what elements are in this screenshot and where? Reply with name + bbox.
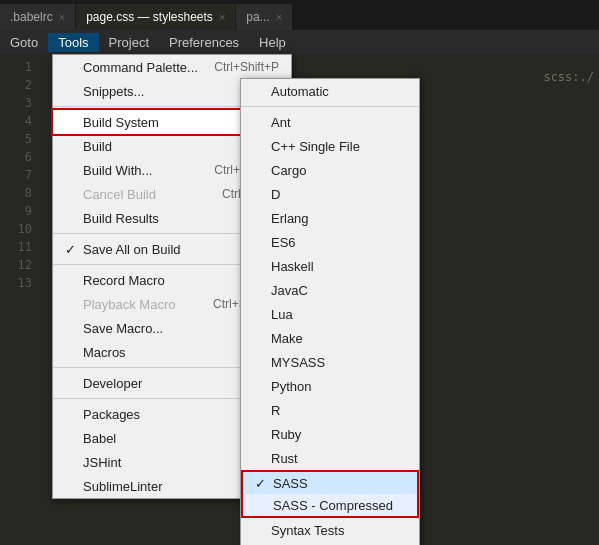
build-system-item-d[interactable]: D bbox=[241, 182, 419, 206]
menu-item-label: Make bbox=[271, 331, 303, 346]
tab-bar: .babelrc × page.css — stylesheets × pa..… bbox=[0, 0, 599, 30]
build-system-item-cargo[interactable]: Cargo bbox=[241, 158, 419, 182]
menu-item-label: MYSASS bbox=[271, 355, 325, 370]
build-system-item-ruby[interactable]: Ruby bbox=[241, 422, 419, 446]
tab-close-icon[interactable]: × bbox=[59, 11, 65, 23]
build-system-item-es6[interactable]: ES6 bbox=[241, 230, 419, 254]
menu-item-label: JavaC bbox=[271, 283, 308, 298]
build-system-item-erlang[interactable]: Erlang bbox=[241, 206, 419, 230]
build-system-item-sass-compressed[interactable]: SASS - Compressed bbox=[241, 494, 419, 518]
menu-item-label: SublimeLinter bbox=[83, 479, 163, 494]
build-system-item-python[interactable]: Python bbox=[241, 374, 419, 398]
menu-item-label: SASS bbox=[273, 476, 308, 491]
build-system-item-ant[interactable]: Ant bbox=[241, 110, 419, 134]
menu-item-label: Build Results bbox=[83, 211, 159, 226]
menu-item-label: R bbox=[271, 403, 280, 418]
menu-item-label: Build System bbox=[83, 115, 159, 130]
build-system-item-sass[interactable]: ✓SASS bbox=[241, 470, 419, 494]
tab-close-icon[interactable]: × bbox=[219, 11, 225, 23]
menu-item-label: Build With... bbox=[83, 163, 152, 178]
build-system-item-javac[interactable]: JavaC bbox=[241, 278, 419, 302]
menu-item-label: Packages bbox=[83, 407, 140, 422]
menu-item-label: Ant bbox=[271, 115, 291, 130]
menu-divider bbox=[241, 106, 419, 107]
menu-item-label: C++ Single File bbox=[271, 139, 360, 154]
menu-item-label: Macros bbox=[83, 345, 126, 360]
tab-babelrc[interactable]: .babelrc × bbox=[0, 4, 76, 30]
checkmark-icon: ✓ bbox=[255, 476, 271, 491]
menu-item-label: Lua bbox=[271, 307, 293, 322]
menu-item-label: Save All on Build bbox=[83, 242, 181, 257]
build-system-item-lua[interactable]: Lua bbox=[241, 302, 419, 326]
menu-item-label: ES6 bbox=[271, 235, 296, 250]
build-system-item-mysass[interactable]: MYSASS bbox=[241, 350, 419, 374]
menu-item-label: Ruby bbox=[271, 427, 301, 442]
menu-item-label: Command Palette... bbox=[83, 60, 198, 75]
menu-item-label: Cancel Build bbox=[83, 187, 156, 202]
menu-item-label: Playback Macro bbox=[83, 297, 175, 312]
build-system-submenu: AutomaticAntC++ Single FileCargoDErlangE… bbox=[240, 78, 420, 545]
menu-item-label: Rust bbox=[271, 451, 298, 466]
menu-item-label: Automatic bbox=[271, 84, 329, 99]
build-system-item-rust[interactable]: Rust bbox=[241, 446, 419, 470]
menu-item-label: Erlang bbox=[271, 211, 309, 226]
menu-item-label: Babel bbox=[83, 431, 116, 446]
menu-item-label: Snippets... bbox=[83, 84, 144, 99]
menu-item-label: Python bbox=[271, 379, 311, 394]
menu-item-label: Build bbox=[83, 139, 112, 154]
tab-pa[interactable]: pa... × bbox=[236, 4, 293, 30]
checkmark-icon: ✓ bbox=[65, 242, 81, 257]
menu-item-label: Developer bbox=[83, 376, 142, 391]
menu-item-label: Save Macro... bbox=[83, 321, 163, 336]
menu-item-label: Record Macro bbox=[83, 273, 165, 288]
build-system-item-cpp-single[interactable]: C++ Single File bbox=[241, 134, 419, 158]
menu-item-label: SASS - Compressed bbox=[273, 498, 393, 513]
menu-shortcut: Ctrl+Shift+P bbox=[214, 60, 279, 74]
build-system-item-syntax-tests[interactable]: Syntax Tests bbox=[241, 518, 419, 542]
dropdown-overlay: Command Palette...Ctrl+Shift+PSnippets..… bbox=[0, 30, 599, 545]
menu-item-label: JSHint bbox=[83, 455, 121, 470]
tab-page-css[interactable]: page.css — stylesheets × bbox=[76, 4, 236, 30]
menu-item-label: Haskell bbox=[271, 259, 314, 274]
menu-item-label: Cargo bbox=[271, 163, 306, 178]
build-system-item-automatic[interactable]: Automatic bbox=[241, 79, 419, 103]
build-system-item-make[interactable]: Make bbox=[241, 326, 419, 350]
menu-item-label: D bbox=[271, 187, 280, 202]
build-system-item-haskell[interactable]: Haskell bbox=[241, 254, 419, 278]
menu-item-label: Syntax Tests bbox=[271, 523, 344, 538]
build-system-item-r[interactable]: R bbox=[241, 398, 419, 422]
tab-close-icon[interactable]: × bbox=[276, 11, 282, 23]
tools-menu-item-command-palette[interactable]: Command Palette...Ctrl+Shift+P bbox=[53, 55, 291, 79]
